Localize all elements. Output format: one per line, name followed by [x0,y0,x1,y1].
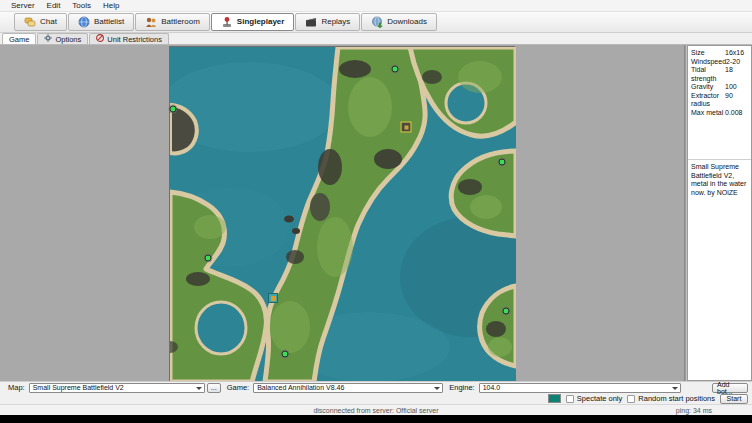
map-select[interactable]: Small Supreme Battlefield V2 [29,383,205,393]
stat-windspeed: Windspeed2-20 [691,58,748,67]
game-select[interactable]: Balanced Annihilation V8.46 [253,383,443,393]
map-preview[interactable] [169,46,515,381]
player-color-swatch[interactable] [548,394,561,403]
stat-value: 90 [725,92,748,109]
tab-battleroom-label: Battleroom [161,17,200,26]
tab-singleplayer[interactable]: Singleplayer [211,13,295,31]
map-area [0,45,684,381]
chevron-down-icon [434,387,440,390]
stat-label: Gravity [691,83,725,92]
stat-value: 16x16 [725,49,748,58]
tab-chat-label: Chat [40,17,57,26]
menu-edit[interactable]: Edit [42,1,66,10]
menu-help[interactable]: Help [98,1,124,10]
lobby-window: Server Edit Tools Help Chat Battlelist B… [0,0,752,415]
start-options-bar: Spectate only Random start positions Sta… [0,394,752,405]
selection-bar: Map: Small Supreme Battlefield V2 ... Ga… [0,381,752,394]
map-stats: Size16x16 Windspeed2-20 Tidal strength18… [688,46,751,121]
chevron-down-icon [196,387,202,390]
menu-bar: Server Edit Tools Help [0,0,752,12]
start-position-marker[interactable] [391,65,398,72]
tab-chat[interactable]: Chat [14,13,67,31]
engine-select[interactable]: 104.0 [479,383,681,393]
engine-label: Engine: [443,383,478,392]
tab-downloads[interactable]: Downloads [361,13,437,31]
start-position-marker[interactable] [503,308,510,315]
stat-value: 100 [725,83,748,92]
stat-gravity: Gravity100 [691,83,748,92]
connection-status: disconnected from server: Official serve… [0,407,752,414]
subtab-game[interactable]: Game [2,33,36,44]
stat-label: Windspeed [691,58,726,67]
spectate-only-label: Spectate only [577,394,622,403]
map-description: Small Supreme Battlefield V2, metal in t… [688,159,751,200]
start-position-marker[interactable] [204,254,211,261]
joystick-icon [221,16,233,28]
selected-start-marker[interactable] [400,121,411,132]
tab-singleplayer-label: Singleplayer [237,17,285,26]
menu-tools[interactable]: Tools [67,1,96,10]
battle-subtab-bar: Game Options Unit Restrictions [0,33,752,45]
users-icon [145,16,157,28]
commander-marker[interactable] [268,293,278,303]
tab-replays-label: Replays [321,17,350,26]
stat-size: Size16x16 [691,49,748,58]
unit-restrictions-icon [96,34,104,44]
tab-downloads-label: Downloads [387,17,427,26]
main-area: Size16x16 Windspeed2-20 Tidal strength18… [0,45,752,381]
tab-battleroom[interactable]: Battleroom [135,13,210,31]
subtab-game-label: Game [9,35,29,44]
map-info-panel: Size16x16 Windspeed2-20 Tidal strength18… [687,45,752,381]
menu-server[interactable]: Server [6,1,40,10]
tab-replays[interactable]: Replays [295,13,360,31]
status-bar: disconnected from server: Official serve… [0,404,752,415]
start-position-marker[interactable] [169,105,176,112]
clapperboard-icon [305,16,317,28]
random-start-checkbox[interactable] [627,395,635,403]
random-start-option[interactable]: Random start positions [627,394,715,403]
stat-label: Max metal [691,109,725,118]
subtab-unit-restrictions-label: Unit Restrictions [107,35,162,44]
start-position-marker[interactable] [282,351,289,358]
random-start-label: Random start positions [638,394,715,403]
tab-battlelist[interactable]: Battlelist [68,13,134,31]
download-globe-icon [371,16,383,28]
add-bot-button[interactable]: Add bot... [712,383,748,393]
stat-extractor: Extractor radius90 [691,92,748,109]
map-browse-button[interactable]: ... [207,383,221,393]
desktop-background [0,415,752,423]
globe-icon [78,16,90,28]
chevron-down-icon [672,387,678,390]
chat-icon [24,16,36,28]
game-select-value: Balanced Annihilation V8.46 [257,384,344,391]
stat-label: Tidal strength [691,66,725,83]
start-position-marker[interactable] [498,159,505,166]
spectate-only-option[interactable]: Spectate only [566,394,622,403]
stat-value: 18 [725,66,748,83]
subtab-options[interactable]: Options [37,33,88,44]
stat-label: Extractor radius [691,92,725,109]
start-options-group: Spectate only Random start positions Sta… [548,394,748,404]
stat-label: Size [691,49,725,58]
stat-tidal: Tidal strength18 [691,66,748,83]
stat-value: 2-20 [726,58,748,67]
stat-value: 0.008 [725,109,748,118]
map-select-value: Small Supreme Battlefield V2 [33,384,124,391]
ping-indicator: ping: 34 ms [676,407,712,414]
map-label: Map: [2,383,29,392]
options-gear-icon [44,34,52,44]
stat-maxmetal: Max metal0.008 [691,109,748,118]
game-label: Game: [221,383,254,392]
subtab-unit-restrictions[interactable]: Unit Restrictions [89,33,169,44]
spectate-only-checkbox[interactable] [566,395,574,403]
start-button[interactable]: Start [720,394,748,404]
subtab-options-label: Options [55,35,81,44]
engine-select-value: 104.0 [483,384,501,391]
map-image [170,47,516,381]
main-tab-bar: Chat Battlelist Battleroom Singleplayer … [0,12,752,33]
tab-battlelist-label: Battlelist [94,17,124,26]
